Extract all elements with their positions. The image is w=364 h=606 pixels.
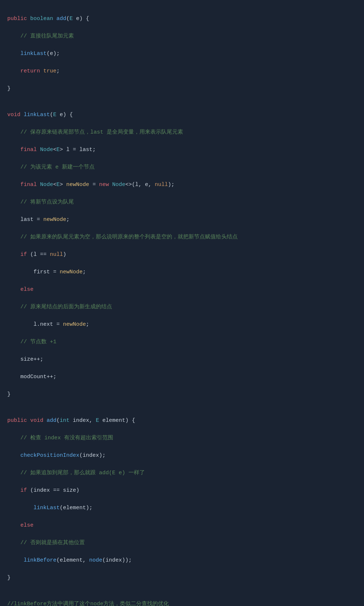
code-line: else — [7, 521, 357, 530]
code-line: // 检查 index 有没有超出索引范围 — [7, 434, 357, 443]
code-line: // 否则就是插在其他位置 — [7, 539, 357, 547]
code-line: // 如果追加到尾部，那么就跟 add(E e) 一样了 — [7, 469, 357, 478]
code-line: // 保存原来链表尾部节点，last 是全局变量，用来表示队尾元素 — [7, 128, 357, 137]
code-line: final Node<E> newNode = new Node<>(l, e,… — [7, 181, 357, 189]
code-line: checkPositionIndex(index); — [7, 451, 357, 460]
code-line: // 如果原来的队尾元素为空，那么说明原来的整个列表是空的，就把新节点赋值给头结… — [7, 233, 357, 242]
code-line: size++; — [7, 355, 357, 364]
code-line: linkBefore(element, node(index)); — [7, 556, 357, 565]
code-line: modCount++; — [7, 373, 357, 381]
code-line: // 将新节点设为队尾 — [7, 198, 357, 207]
code-line: //linkBefore方法中调用了这个node方法，类似二分查找的优化 — [7, 600, 357, 606]
code-line: void linkLast(E e) { — [7, 111, 357, 119]
code-line: } — [7, 574, 357, 582]
code-line: last = newNode; — [7, 215, 357, 224]
code-editor: public boolean add(E e) { // 直接往队尾加元素 li… — [7, 6, 357, 606]
code-line: // 直接往队尾加元素 — [7, 32, 357, 41]
code-line: if (index == size) — [7, 486, 357, 495]
code-line: // 为该元素 e 新建一个节点 — [7, 163, 357, 172]
code-line: } — [7, 84, 357, 93]
code-line: } — [7, 390, 357, 399]
code-line: l.next = newNode; — [7, 320, 357, 329]
code-line: public boolean add(E e) { — [7, 15, 357, 23]
code-line: else — [7, 285, 357, 294]
code-line: public void add(int index, E element) { — [7, 416, 357, 425]
code-line: first = newNode; — [7, 268, 357, 277]
code-line: return true; — [7, 67, 357, 76]
code-line: final Node<E> l = last; — [7, 146, 357, 154]
code-line: linkLast(e); — [7, 49, 357, 58]
code-line: if (l == null) — [7, 250, 357, 259]
code-line: linkLast(element); — [7, 504, 357, 512]
code-line: // 节点数 +1 — [7, 338, 357, 346]
code-line: // 原来尾结点的后面为新生成的结点 — [7, 303, 357, 312]
